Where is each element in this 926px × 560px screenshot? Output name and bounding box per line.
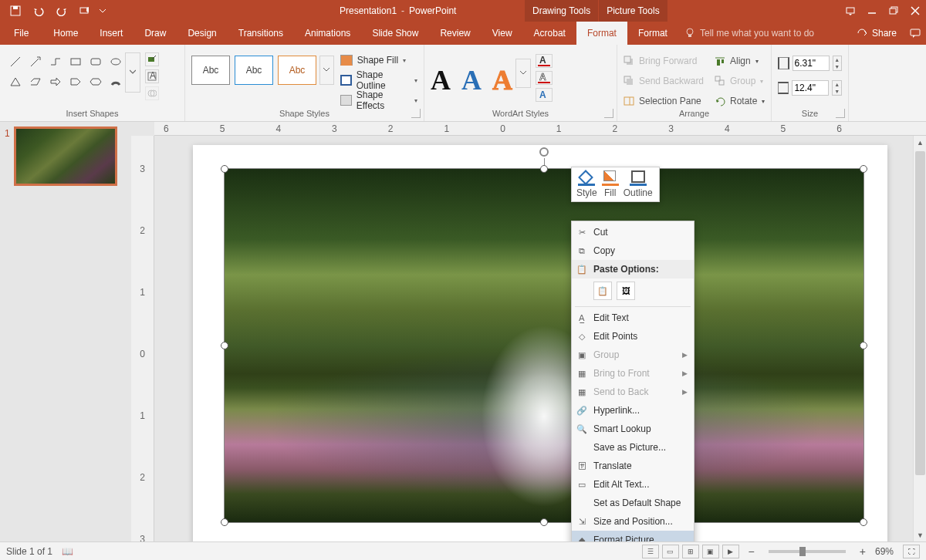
share-button[interactable]: Share	[849, 22, 904, 45]
rectangle-icon[interactable]	[66, 52, 85, 71]
fit-to-window-icon[interactable]: ⛶	[903, 545, 920, 558]
spell-check-icon[interactable]: 📖	[62, 546, 73, 557]
vertical-ruler[interactable]: 3210123	[131, 136, 154, 541]
wordart-swatch[interactable]: A	[492, 64, 512, 96]
tab-slideshow[interactable]: Slide Show	[361, 22, 429, 45]
shape-style-swatch[interactable]: Abc	[278, 56, 316, 85]
slide-indicator[interactable]: Slide 1 of 1	[6, 546, 52, 557]
text-fill-icon[interactable]: A	[536, 54, 553, 68]
comments-icon[interactable]	[904, 22, 926, 45]
vertical-scrollbar[interactable]: ▲ ▼	[913, 136, 926, 541]
scroll-up-icon[interactable]: ▲	[914, 136, 926, 149]
cm-translate[interactable]: 🈂Translate	[572, 457, 694, 475]
tab-draw[interactable]: Draw	[133, 22, 177, 45]
height-spinner[interactable]: ▲▼	[833, 56, 843, 71]
paste-picture[interactable]: 🖼	[617, 282, 635, 300]
tab-view[interactable]: View	[482, 22, 523, 45]
selected-picture[interactable]	[224, 168, 864, 523]
ribbon-display-icon[interactable]	[840, 0, 861, 22]
tell-me[interactable]: Tell me what you want to do	[684, 22, 814, 45]
arrow-right-icon[interactable]	[46, 73, 65, 91]
cm-hyperlink[interactable]: 🔗Hyperlink...	[572, 401, 694, 420]
hexagon-icon[interactable]	[86, 73, 105, 91]
slide-thumbnail-1[interactable]	[15, 128, 116, 184]
slideshow-view-icon[interactable]: ▶	[722, 545, 739, 558]
slide-canvas[interactable]: Style Fill Outline ✂Cut ⧉Copy 📋Paste Opt…	[154, 136, 926, 541]
line-shape-icon[interactable]	[6, 52, 25, 71]
mini-outline[interactable]: Outline	[624, 170, 653, 198]
send-backward-button[interactable]: Send Backward	[624, 73, 708, 89]
shapes-gallery-more[interactable]	[125, 52, 140, 93]
slide-thumbnails-pane[interactable]: 1	[0, 122, 131, 541]
cm-edit-alt-text[interactable]: ▭Edit Alt Text...	[572, 475, 694, 494]
cm-edit-points[interactable]: ◇Edit Points	[572, 327, 694, 346]
wordart-swatch[interactable]: A	[431, 64, 451, 96]
cm-format-picture[interactable]: ◆Format Picture...	[572, 531, 694, 541]
paste-use-destination-theme[interactable]: 📋	[593, 282, 612, 300]
tab-insert[interactable]: Insert	[89, 22, 133, 45]
minimize-icon[interactable]	[861, 0, 883, 22]
horizontal-ruler[interactable]: 6543210123456	[154, 122, 926, 136]
shape-outline-button[interactable]: Shape Outline▾	[340, 73, 417, 88]
cm-smart-lookup[interactable]: 🔍Smart Lookup	[572, 420, 694, 438]
reading-view-icon[interactable]: ▣	[702, 545, 719, 558]
tab-review[interactable]: Review	[429, 22, 481, 45]
shape-style-more[interactable]	[319, 56, 334, 85]
cm-set-default-shape[interactable]: Set as Default Shape	[572, 494, 694, 512]
slide-sorter-icon[interactable]: ⊞	[682, 545, 699, 558]
width-input[interactable]	[792, 80, 829, 96]
undo-icon[interactable]	[28, 0, 49, 22]
tab-format-drawing[interactable]: Format	[576, 22, 627, 45]
zoom-in-button[interactable]: +	[860, 545, 866, 558]
resize-handle-bl[interactable]	[221, 518, 228, 526]
scroll-down-icon[interactable]: ▼	[914, 528, 926, 541]
save-icon[interactable]	[5, 0, 26, 22]
line-arrow-icon[interactable]	[26, 52, 45, 71]
block-arc-icon[interactable]	[106, 73, 125, 91]
restore-icon[interactable]	[883, 0, 904, 22]
merge-shapes-icon[interactable]	[145, 86, 159, 100]
cm-group[interactable]: ▣Group▶	[572, 346, 694, 364]
text-effects-icon[interactable]: A	[536, 88, 553, 102]
cm-bring-to-front[interactable]: ▦Bring to Front▶	[572, 364, 694, 383]
resize-handle-br[interactable]	[860, 518, 867, 526]
close-icon[interactable]	[904, 0, 926, 22]
cm-save-as-picture[interactable]: Save as Picture...	[572, 438, 694, 457]
shape-fill-button[interactable]: Shape Fill▾	[340, 52, 417, 68]
zoom-slider-thumb[interactable]	[799, 547, 806, 556]
cm-cut[interactable]: ✂Cut	[572, 223, 694, 241]
elbow-connector-icon[interactable]	[46, 52, 65, 71]
resize-handle-tr[interactable]	[860, 165, 867, 173]
resize-handle-b[interactable]	[540, 518, 548, 526]
resize-handle-t[interactable]	[540, 165, 548, 173]
shape-styles-launcher[interactable]	[411, 109, 421, 118]
rotate-button[interactable]: Rotate▾	[715, 93, 776, 110]
tab-home[interactable]: Home	[42, 22, 89, 45]
text-box-icon[interactable]: A	[145, 69, 159, 83]
wordart-more[interactable]	[515, 59, 531, 88]
rotation-handle[interactable]	[539, 147, 549, 157]
shape-effects-button[interactable]: Shape Effects▾	[340, 93, 417, 108]
cm-send-to-back[interactable]: ▦Send to Back▶	[572, 383, 694, 401]
text-outline-icon[interactable]: A	[536, 71, 553, 85]
bring-forward-button[interactable]: Bring Forward	[624, 52, 708, 69]
tab-transitions[interactable]: Transitions	[228, 22, 294, 45]
shapes-gallery[interactable]	[6, 52, 125, 100]
diamond-icon[interactable]	[26, 73, 45, 91]
oval-icon[interactable]	[106, 52, 125, 71]
cm-edit-text[interactable]: A̲Edit Text	[572, 309, 694, 327]
slide[interactable]	[193, 145, 887, 541]
zoom-percent[interactable]: 69%	[875, 546, 894, 557]
shape-style-gallery[interactable]: Abc Abc Abc	[191, 56, 316, 108]
customize-qat-icon[interactable]	[97, 0, 108, 22]
mini-style[interactable]: Style	[576, 170, 597, 198]
triangle-icon[interactable]	[6, 73, 25, 91]
mini-fill[interactable]: Fill	[602, 170, 619, 198]
tab-animations[interactable]: Animations	[294, 22, 361, 45]
tab-acrobat[interactable]: Acrobat	[523, 22, 576, 45]
shape-style-swatch[interactable]: Abc	[191, 56, 230, 85]
zoom-out-button[interactable]: −	[749, 545, 755, 558]
pentagon-arrow-icon[interactable]	[66, 73, 85, 91]
tab-format-picture[interactable]: Format	[627, 22, 678, 45]
tab-design[interactable]: Design	[177, 22, 227, 45]
